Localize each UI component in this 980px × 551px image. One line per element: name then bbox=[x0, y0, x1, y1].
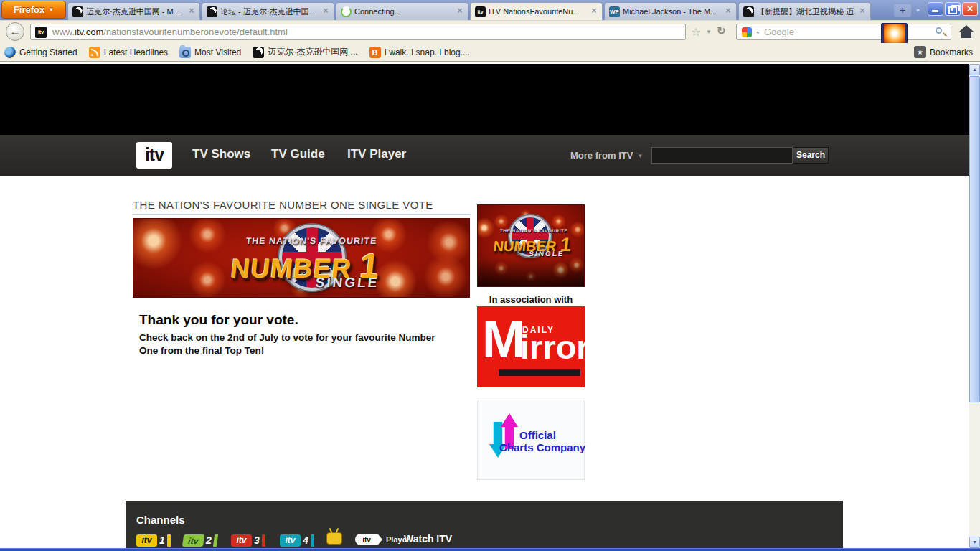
thank-you-body: Check back on the 2nd of July to vote fo… bbox=[139, 331, 453, 357]
banner-tagline: THE NATION'S FAVOURITE bbox=[143, 236, 470, 246]
new-tab-button[interactable]: + bbox=[894, 4, 911, 17]
site-search-button[interactable]: Search bbox=[793, 147, 829, 164]
citv-tv-icon[interactable] bbox=[326, 532, 342, 545]
window-bottom-border bbox=[0, 548, 980, 551]
channels-heading: Channels bbox=[136, 514, 185, 526]
home-icon[interactable] bbox=[958, 25, 974, 39]
restore-button[interactable] bbox=[945, 2, 961, 16]
heading-divider bbox=[133, 214, 470, 215]
association-label: In association with bbox=[477, 294, 585, 305]
window-close-button[interactable] bbox=[962, 2, 978, 16]
reload-icon[interactable]: ↻ bbox=[717, 24, 726, 37]
bookmarks-menu-button[interactable]: ★ Bookmarks bbox=[914, 46, 973, 58]
logo-reflection-shade bbox=[478, 258, 584, 286]
close-icon[interactable]: × bbox=[723, 6, 733, 17]
search-icon[interactable] bbox=[936, 27, 942, 34]
page-title: THE NATION'S FAVOURITE NUMBER ONE SINGLE… bbox=[133, 199, 433, 211]
tab-wordpress[interactable]: WP Michael Jackson - The M... × bbox=[604, 2, 737, 20]
loading-spinner-icon bbox=[341, 6, 352, 17]
itv-player-logo[interactable]: itv Player bbox=[355, 534, 410, 545]
browser-window: Firefox▼ 迈克尔·杰克逊中国网 - M... × 论坛 - 迈克尔·杰克… bbox=[0, 0, 980, 551]
google-icon[interactable] bbox=[742, 27, 752, 37]
tab-itv-active[interactable]: itv ITV NationsFavouriteNu... × bbox=[470, 2, 603, 20]
channel-itv1-logo[interactable]: itv 1 bbox=[136, 534, 171, 547]
url-text: www.itv.com/nationsfavouritenumberonevot… bbox=[52, 24, 288, 39]
blogger-icon: B bbox=[369, 47, 381, 58]
firefox-menu-button[interactable]: Firefox▼ bbox=[1, 1, 66, 19]
scroll-down-icon[interactable]: ▼ bbox=[969, 537, 980, 548]
itv-nav-bar: itv TV Shows TV Guide ITV Player More fr… bbox=[0, 135, 969, 176]
scrollbar-thumb[interactable] bbox=[969, 76, 980, 402]
mj-silhouette-icon bbox=[253, 47, 264, 58]
search-input[interactable] bbox=[764, 24, 893, 39]
channel-itv4-logo[interactable]: itv 4 bbox=[280, 534, 314, 547]
watch-itv-link[interactable]: Watch ITV bbox=[404, 533, 452, 545]
bookmarks-bar: Getting Started Latest Headlines Most Vi… bbox=[0, 43, 980, 62]
bookmark-getting-started[interactable]: Getting Started bbox=[4, 47, 77, 58]
close-icon[interactable]: × bbox=[187, 6, 197, 17]
folder-search-icon bbox=[179, 47, 191, 58]
chevron-down-icon[interactable]: ▼ bbox=[755, 30, 760, 35]
url-bar[interactable]: itv www.itv.com/nationsfavouritenumberon… bbox=[30, 24, 686, 40]
site-footer: Channels itv 1 itv 2 itv 3 itv 4 itv Pla… bbox=[126, 501, 843, 548]
mj-silhouette-icon bbox=[72, 6, 83, 17]
bookmark-latest-headlines[interactable]: Latest Headlines bbox=[89, 47, 168, 58]
mj-silhouette-icon bbox=[207, 6, 217, 17]
daily-mirror-logo[interactable]: M DAILY irror bbox=[477, 306, 585, 387]
page-viewport: itv TV Shows TV Guide ITV Player More fr… bbox=[0, 64, 969, 548]
tab-bar: Firefox▼ 迈克尔·杰克逊中国网 - M... × 论坛 - 迈克尔·杰克… bbox=[0, 0, 980, 20]
close-icon[interactable]: × bbox=[589, 6, 599, 17]
site-search-input[interactable] bbox=[651, 147, 793, 164]
itv-logo[interactable]: itv bbox=[136, 142, 172, 169]
bookmark-blog[interactable]: B I walk. I snap. I blog.... bbox=[369, 47, 470, 58]
thank-you-heading: Thank you for your vote. bbox=[139, 312, 298, 328]
itv-favicon-icon: itv bbox=[35, 27, 47, 38]
mj-silhouette-icon bbox=[743, 6, 754, 17]
bookmark-most-visited[interactable]: Most Visited bbox=[179, 47, 241, 58]
scroll-up-icon[interactable]: ▲ bbox=[969, 64, 980, 75]
wordpress-icon: WP bbox=[609, 6, 620, 17]
mirror-black-bar bbox=[499, 369, 580, 376]
close-icon[interactable]: × bbox=[321, 6, 331, 17]
channel-itv2-logo[interactable]: itv 2 bbox=[183, 534, 217, 547]
chevron-down-icon: ▼ bbox=[637, 153, 643, 159]
tab-connecting[interactable]: Connecting... × bbox=[336, 2, 468, 20]
chevron-down-icon: ▼ bbox=[48, 6, 54, 13]
channel-itv3-logo[interactable]: itv 3 bbox=[231, 534, 265, 547]
tab-hubei-tv[interactable]: 【新提醒】湖北卫视揭秘 迈... × bbox=[738, 2, 871, 20]
official-charts-company-logo[interactable]: Official Charts Company bbox=[477, 400, 585, 480]
nav-link-tv-shows[interactable]: TV Shows bbox=[192, 147, 250, 161]
page-top-black-band bbox=[0, 64, 969, 135]
list-all-tabs-icon[interactable]: ▼ bbox=[915, 8, 920, 13]
number-one-single-banner: THE NATION'S FAVOURITE NUMBER 1 SINGLE bbox=[133, 218, 470, 298]
itv-favicon-icon: itv bbox=[475, 6, 486, 17]
chevron-down-icon[interactable]: ▼ bbox=[706, 29, 712, 35]
tab-mj-forum[interactable]: 论坛 - 迈克尔·杰克逊中国... × bbox=[202, 2, 334, 20]
firefox-icon bbox=[4, 47, 16, 58]
more-from-itv-dropdown[interactable]: More from ITV▼ bbox=[570, 150, 643, 161]
nav-link-tv-guide[interactable]: TV Guide bbox=[271, 147, 325, 161]
scrollbar[interactable]: ▲ ▼ bbox=[969, 64, 980, 548]
rss-icon bbox=[89, 47, 100, 58]
bookmark-mj-china[interactable]: 迈克尔·杰克逊中国网 ... bbox=[253, 46, 357, 58]
back-button[interactable]: ← bbox=[6, 22, 24, 41]
minimize-button[interactable] bbox=[928, 2, 943, 16]
sidebar-number-one-logo[interactable]: THE NATION'S FAVOURITE NUMBER 1 SINGLE bbox=[477, 204, 585, 287]
nav-link-itv-player[interactable]: ITV Player bbox=[347, 147, 406, 161]
bookmark-star-icon[interactable]: ☆ bbox=[691, 25, 701, 39]
close-icon[interactable]: × bbox=[857, 6, 867, 17]
browser-search-bar[interactable]: ▼ bbox=[736, 24, 951, 40]
star-icon: ★ bbox=[914, 46, 926, 58]
tab-mj-china[interactable]: 迈克尔·杰克逊中国网 - M... × bbox=[67, 2, 200, 20]
close-icon[interactable]: × bbox=[455, 6, 465, 17]
banner-single: SINGLE bbox=[179, 275, 470, 291]
